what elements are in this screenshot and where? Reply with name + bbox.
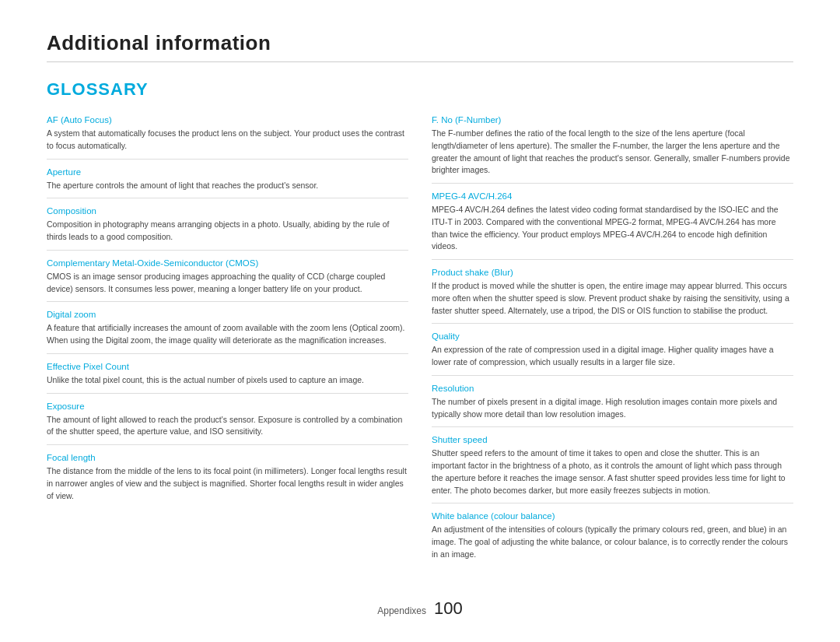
- entry-term: MPEG-4 AVC/H.264: [432, 191, 793, 201]
- glossary-entry-right-2: Product shake (Blur)If the product is mo…: [432, 268, 793, 324]
- entry-term: Aperture: [47, 167, 408, 177]
- left-column: AF (Auto Focus)A system that automatical…: [47, 115, 408, 575]
- title-divider: [47, 61, 793, 62]
- glossary-entry-right-4: ResolutionThe number of pixels present i…: [432, 384, 793, 428]
- page-title: Additional information: [47, 31, 793, 55]
- footer: Appendixes 100: [47, 598, 793, 619]
- glossary-entry-left-0: AF (Auto Focus)A system that automatical…: [47, 115, 408, 160]
- glossary-entry-left-2: CompositionComposition in photography me…: [47, 206, 408, 251]
- entry-definition: MPEG-4 AVC/H.264 defines the latest vide…: [432, 204, 793, 253]
- footer-label: Appendixes: [377, 605, 426, 616]
- entry-term: F. No (F-Number): [432, 115, 793, 125]
- glossary-entry-left-5: Effective Pixel CountUnlike the total pi…: [47, 362, 408, 394]
- glossary-heading: GLOSSARY: [47, 79, 793, 100]
- entry-definition: An adjustment of the intensities of colo…: [432, 524, 793, 560]
- glossary-columns: AF (Auto Focus)A system that automatical…: [47, 115, 793, 575]
- entry-term: Product shake (Blur): [432, 268, 793, 277]
- right-column: F. No (F-Number)The F-number defines the…: [432, 115, 793, 575]
- entry-definition: An expression of the rate of compression…: [432, 344, 793, 369]
- footer-page: 100: [434, 598, 463, 618]
- entry-definition: A feature that artificially increases th…: [47, 322, 408, 347]
- entry-definition: CMOS is an image sensor producing images…: [47, 271, 408, 296]
- entry-definition: The amount of light allowed to reach the…: [47, 414, 408, 439]
- entry-term: Composition: [47, 206, 408, 216]
- glossary-entry-right-0: F. No (F-Number)The F-number defines the…: [432, 115, 793, 184]
- entry-term: Digital zoom: [47, 310, 408, 319]
- entry-definition: A system that automatically focuses the …: [47, 128, 408, 153]
- entry-term: Resolution: [432, 384, 793, 393]
- glossary-entry-left-3: Complementary Metal-Oxide-Semiconductor …: [47, 258, 408, 303]
- entry-definition: Unlike the total pixel count, this is th…: [47, 374, 408, 387]
- entry-term: Effective Pixel Count: [47, 362, 408, 371]
- entry-term: Complementary Metal-Oxide-Semiconductor …: [47, 258, 408, 268]
- entry-definition: The number of pixels present in a digita…: [432, 396, 793, 421]
- entry-term: Exposure: [47, 402, 408, 411]
- entry-definition: Shutter speed refers to the amount of ti…: [432, 447, 793, 496]
- glossary-entry-right-6: White balance (colour balance)An adjustm…: [432, 511, 793, 567]
- entry-definition: Composition in photography means arrangi…: [47, 219, 408, 244]
- glossary-entry-right-1: MPEG-4 AVC/H.264MPEG-4 AVC/H.264 defines…: [432, 191, 793, 260]
- glossary-entry-left-7: Focal lengthThe distance from the middle…: [47, 453, 408, 508]
- glossary-entry-left-4: Digital zoomA feature that artificially …: [47, 310, 408, 354]
- entry-term: Quality: [432, 332, 793, 341]
- entry-definition: If the product is moved while the shutte…: [432, 280, 793, 317]
- glossary-entry-left-6: ExposureThe amount of light allowed to r…: [47, 402, 408, 446]
- entry-term: White balance (colour balance): [432, 511, 793, 521]
- entry-definition: The distance from the middle of the lens…: [47, 465, 408, 502]
- entry-term: Shutter speed: [432, 435, 793, 444]
- entry-term: Focal length: [47, 453, 408, 462]
- entry-definition: The aperture controls the amount of ligh…: [47, 180, 408, 192]
- glossary-entry-right-3: QualityAn expression of the rate of comp…: [432, 332, 793, 376]
- glossary-entry-right-5: Shutter speedShutter speed refers to the…: [432, 435, 793, 503]
- entry-term: AF (Auto Focus): [47, 115, 408, 125]
- glossary-entry-left-1: ApertureThe aperture controls the amount…: [47, 167, 408, 199]
- entry-definition: The F-number defines the ratio of the fo…: [432, 128, 793, 177]
